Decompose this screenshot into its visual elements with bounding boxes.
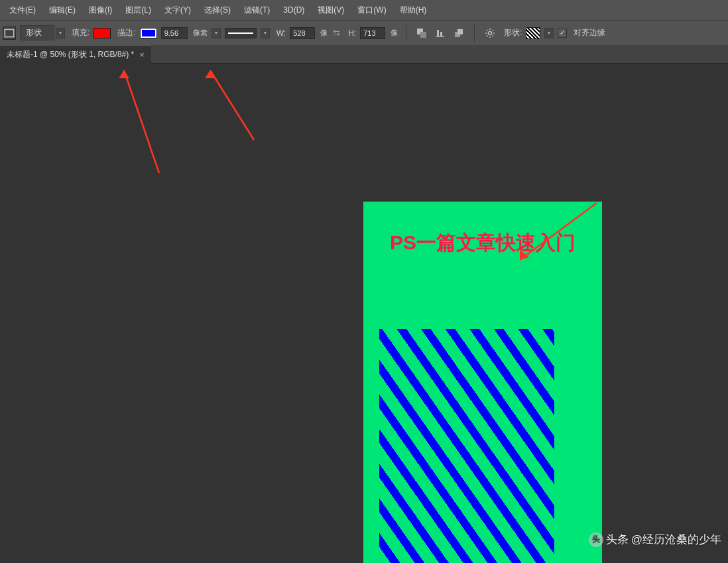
link-icon[interactable]: ⇆ bbox=[332, 28, 341, 38]
menu-3d[interactable]: 3D(D) bbox=[276, 5, 311, 15]
watermark: 头 头条 @经历沧桑的少年 bbox=[589, 532, 721, 547]
width-unit: 像 bbox=[320, 28, 328, 38]
shape-pattern-dropdown-icon[interactable]: ▾ bbox=[544, 28, 554, 38]
shape-pattern-label: 形状: bbox=[504, 27, 522, 38]
path-align-icon[interactable] bbox=[433, 27, 448, 40]
path-arrange-icon[interactable] bbox=[452, 27, 466, 40]
svg-line-17 bbox=[124, 70, 159, 173]
svg-rect-7 bbox=[457, 29, 463, 34]
watermark-handle: @经历沧桑的少年 bbox=[631, 532, 721, 547]
menu-type[interactable]: 文字(Y) bbox=[158, 5, 198, 16]
stroke-style-select[interactable] bbox=[225, 28, 257, 38]
stroke-color-swatch[interactable] bbox=[140, 28, 157, 38]
width-label: W: bbox=[276, 29, 286, 38]
svg-line-16 bbox=[493, 30, 494, 31]
stroke-width-unit: 像素 bbox=[193, 28, 208, 38]
menu-select[interactable]: 选择(S) bbox=[198, 5, 237, 16]
document-tab[interactable]: 未标题-1 @ 50% (形状 1, RGB/8#) * × bbox=[0, 45, 151, 64]
close-icon[interactable]: × bbox=[139, 50, 145, 60]
stroke-solid-icon bbox=[228, 32, 253, 34]
document-canvas[interactable]: PS一篇文章快速入门 bbox=[363, 202, 602, 563]
height-label: H: bbox=[348, 29, 356, 38]
path-operations-icon[interactable] bbox=[414, 27, 429, 40]
annotation-arrow-fill bbox=[116, 64, 169, 176]
menu-view[interactable]: 视图(V) bbox=[311, 5, 351, 16]
svg-rect-0 bbox=[5, 29, 14, 36]
stroke-style-dropdown-icon[interactable]: ▾ bbox=[261, 28, 270, 38]
watermark-prefix: 头条 bbox=[606, 532, 629, 547]
fill-color-swatch[interactable] bbox=[93, 28, 111, 38]
menu-window[interactable]: 窗口(W) bbox=[351, 5, 393, 16]
svg-rect-2 bbox=[420, 32, 426, 38]
svg-line-19 bbox=[210, 70, 254, 140]
watermark-logo-icon: 头 bbox=[589, 532, 603, 547]
svg-line-14 bbox=[493, 35, 494, 36]
separator bbox=[474, 25, 475, 42]
menu-help[interactable]: 帮助(H) bbox=[393, 5, 434, 16]
diagonal-stripe-pattern bbox=[379, 329, 554, 563]
document-tab-bar: 未标题-1 @ 50% (形状 1, RGB/8#) * × bbox=[0, 45, 728, 64]
stroke-width-input[interactable] bbox=[161, 27, 188, 39]
svg-marker-18 bbox=[119, 70, 129, 78]
menu-image[interactable]: 图像(I) bbox=[82, 5, 119, 16]
svg-point-8 bbox=[489, 31, 492, 34]
height-unit: 像 bbox=[391, 28, 398, 38]
tool-mode-label: 形状 bbox=[20, 25, 54, 40]
tool-mode-select[interactable]: 形状 ▾ bbox=[20, 25, 65, 40]
align-edges-label: 对齐边缘 bbox=[574, 27, 605, 38]
gear-icon[interactable] bbox=[483, 27, 497, 40]
annotation-arrow-stroke bbox=[202, 64, 262, 143]
fill-label: 填充: bbox=[72, 27, 90, 38]
custom-shape-pattern[interactable] bbox=[526, 27, 540, 39]
canvas-area[interactable]: PS一篇文章快速入门 bbox=[0, 64, 728, 563]
svg-line-15 bbox=[487, 35, 488, 36]
width-input[interactable] bbox=[290, 27, 315, 39]
menu-file[interactable]: 文件(E) bbox=[3, 5, 42, 16]
options-bar: 形状 ▾ 填充: 描边: 像素 ▾ ▾ W: 像 ⇆ H: 像 形状: ▾ ✓ … bbox=[0, 20, 728, 45]
stroke-width-dropdown-icon[interactable]: ▾ bbox=[212, 28, 221, 38]
document-title-text: PS一篇文章快速入门 bbox=[363, 202, 602, 257]
stroke-label: 描边: bbox=[117, 27, 135, 38]
align-edges-checkbox[interactable]: ✓ bbox=[558, 29, 567, 38]
separator bbox=[406, 25, 406, 42]
menu-edit[interactable]: 编辑(E) bbox=[42, 5, 82, 16]
height-input[interactable] bbox=[360, 27, 385, 39]
svg-rect-4 bbox=[437, 30, 439, 36]
menu-bar: 文件(E) 编辑(E) 图像(I) 图层(L) 文字(Y) 选择(S) 滤镜(T… bbox=[0, 0, 728, 20]
striped-shape[interactable] bbox=[379, 329, 554, 563]
svg-marker-20 bbox=[205, 70, 215, 78]
document-tab-title: 未标题-1 @ 50% (形状 1, RGB/8#) * bbox=[7, 49, 134, 60]
menu-layer[interactable]: 图层(L) bbox=[119, 5, 158, 16]
chevron-down-icon: ▾ bbox=[56, 28, 65, 38]
rectangle-tool-icon[interactable] bbox=[3, 27, 16, 40]
svg-line-13 bbox=[487, 30, 488, 31]
svg-rect-5 bbox=[440, 32, 442, 36]
menu-filter[interactable]: 滤镜(T) bbox=[237, 5, 276, 16]
